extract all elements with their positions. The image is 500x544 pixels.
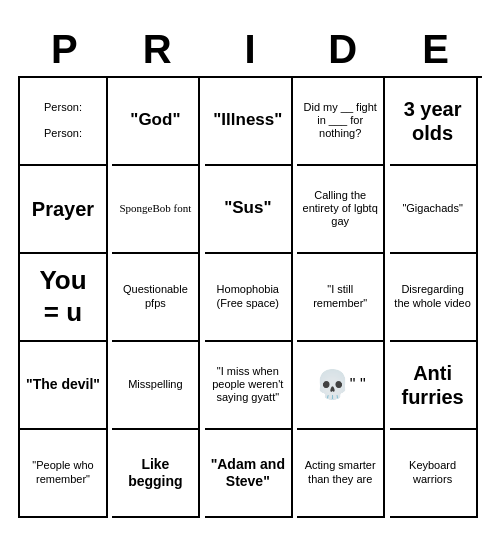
cell-2-4: Disregarding the whole video bbox=[390, 254, 478, 342]
cell-1-4: "Gigachads" bbox=[390, 166, 478, 254]
cell-0-0: Person:Person: bbox=[20, 78, 108, 166]
bingo-card: P R I D E Person:Person: "God" "Illness"… bbox=[10, 19, 490, 526]
title-d: D bbox=[299, 27, 387, 72]
cell-2-0: You= u bbox=[20, 254, 108, 342]
cell-4-3: Acting smarter than they are bbox=[297, 430, 385, 518]
cell-4-1: Like begging bbox=[112, 430, 200, 518]
cell-0-1: "God" bbox=[112, 78, 200, 166]
cell-4-2: "Adam and Steve" bbox=[205, 430, 293, 518]
cell-0-2: "Illness" bbox=[205, 78, 293, 166]
cell-2-3: "I still remember" bbox=[297, 254, 385, 342]
cell-1-2: "Sus" bbox=[205, 166, 293, 254]
cell-2-1: Questionable pfps bbox=[112, 254, 200, 342]
cell-3-2: "I miss when people weren't saying gyatt… bbox=[205, 342, 293, 430]
cell-4-0: "People who remember" bbox=[20, 430, 108, 518]
cell-3-1: Misspelling bbox=[112, 342, 200, 430]
bingo-grid: Person:Person: "God" "Illness" Did my __… bbox=[18, 76, 482, 518]
cell-0-4: 3 year olds bbox=[390, 78, 478, 166]
cell-0-3: Did my __ fight in ___ for nothing? bbox=[297, 78, 385, 166]
title-i: I bbox=[206, 27, 294, 72]
cell-3-3: 💀 " " bbox=[297, 342, 385, 430]
cell-3-4: Anti furries bbox=[390, 342, 478, 430]
cell-1-1: SpongeBob font bbox=[112, 166, 200, 254]
title-p: P bbox=[20, 27, 108, 72]
cell-1-0: Prayer bbox=[20, 166, 108, 254]
cell-1-3: Calling the entirety of lgbtq gay bbox=[297, 166, 385, 254]
bingo-title: P R I D E bbox=[18, 27, 482, 72]
cell-4-4: Keyboard warriors bbox=[390, 430, 478, 518]
title-e: E bbox=[392, 27, 480, 72]
title-r: R bbox=[113, 27, 201, 72]
cell-3-0: "The devil" bbox=[20, 342, 108, 430]
cell-2-2: Homophobia (Free space) bbox=[205, 254, 293, 342]
